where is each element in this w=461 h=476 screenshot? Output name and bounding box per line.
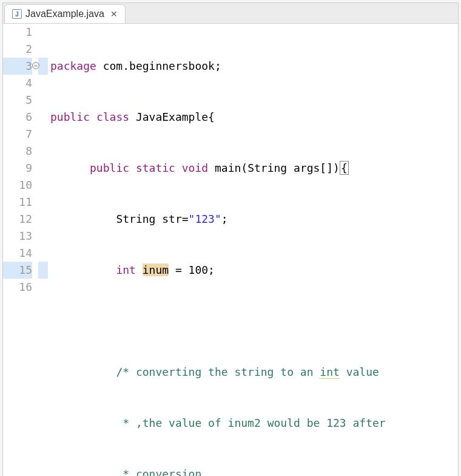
line-number: 4 <box>3 75 32 92</box>
line-number: 6 <box>3 109 32 126</box>
line-number: 3− <box>3 58 32 75</box>
close-icon[interactable]: ✕ <box>110 9 118 19</box>
line-number: 10 <box>3 177 32 194</box>
tab-filename: JavaExample.java <box>25 8 104 19</box>
line-number: 12 <box>3 211 32 228</box>
line-number: 5 <box>3 92 32 109</box>
line-number: 7 <box>3 126 32 143</box>
line-number: 9 <box>3 160 32 177</box>
matching-brace: { <box>340 161 349 175</box>
line-number: 2 <box>3 41 32 58</box>
code-content[interactable]: package com.beginnersbook; public class … <box>48 24 458 476</box>
editor-pane: J JavaExample.java ✕ 1 2 3− 4 5 6 7 8 9 … <box>2 2 459 476</box>
line-number: 13 <box>3 228 32 245</box>
line-number: 11 <box>3 194 32 211</box>
line-gutter: 1 2 3− 4 5 6 7 8 9 10 11 12 13 14 15 16 <box>3 24 38 476</box>
line-number: 8 <box>3 143 32 160</box>
editor-tab-bar: J JavaExample.java ✕ <box>3 3 458 24</box>
editor-tab[interactable]: J JavaExample.java ✕ <box>4 4 126 23</box>
java-file-icon: J <box>12 9 22 19</box>
margin-strip <box>38 24 48 476</box>
fold-collapse-icon[interactable]: − <box>32 62 39 69</box>
occurrence-highlight: inum <box>143 264 169 276</box>
line-number: 16 <box>3 279 32 296</box>
line-number: 15 <box>3 262 32 279</box>
line-number: 14 <box>3 245 32 262</box>
line-number: 1 <box>3 24 32 41</box>
code-editor[interactable]: 1 2 3− 4 5 6 7 8 9 10 11 12 13 14 15 16 <box>3 24 458 476</box>
